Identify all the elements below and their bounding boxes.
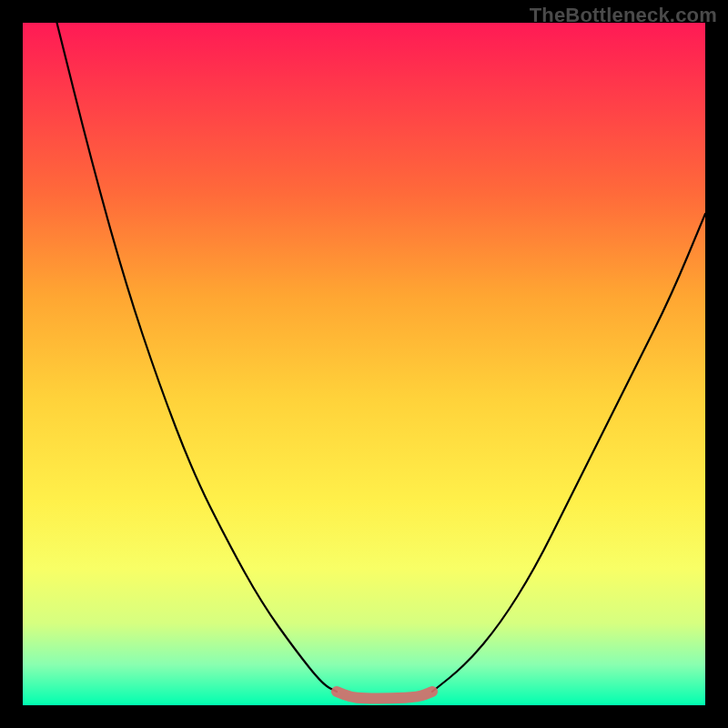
curve-right — [432, 214, 705, 692]
flat-bottom-highlight — [337, 692, 432, 699]
curve-left — [57, 23, 338, 692]
watermark-text: TheBottleneck.com — [530, 4, 717, 27]
chart-svg — [23, 23, 705, 705]
chart-plot-area — [23, 23, 705, 705]
